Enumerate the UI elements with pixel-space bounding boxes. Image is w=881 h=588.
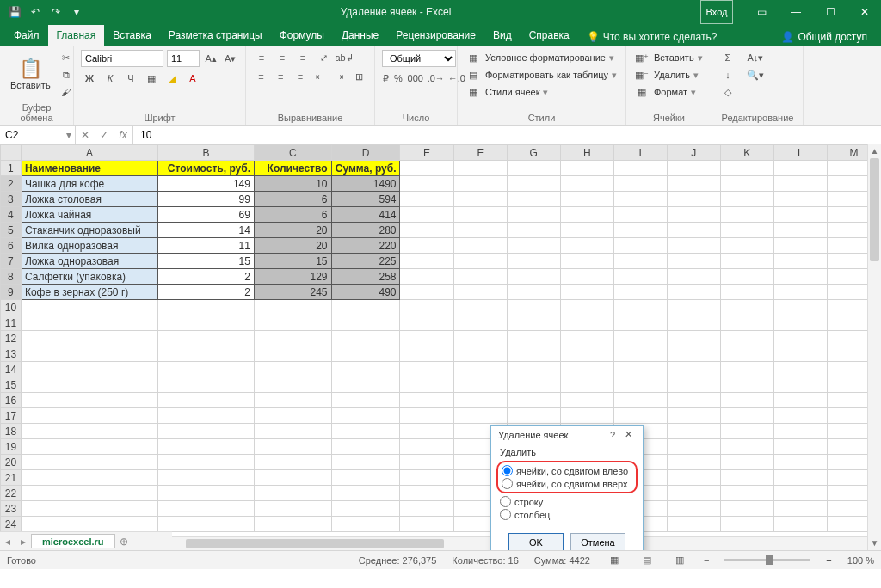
cell[interactable]	[560, 161, 613, 176]
cell[interactable]	[400, 285, 453, 300]
cell[interactable]	[720, 285, 773, 300]
cell[interactable]	[254, 501, 331, 517]
cell[interactable]	[667, 439, 720, 455]
cell[interactable]	[507, 269, 560, 285]
cell[interactable]	[560, 377, 613, 393]
row-header[interactable]: 6	[1, 238, 22, 254]
row-header[interactable]: 1	[1, 161, 22, 176]
cell[interactable]: 99	[158, 192, 255, 207]
cell[interactable]	[720, 223, 773, 238]
decrease-indent-icon[interactable]: ⇤	[311, 69, 328, 84]
col-header[interactable]: D	[331, 145, 400, 161]
ribbon-options-icon[interactable]: ▭	[745, 0, 778, 24]
cell[interactable]	[254, 470, 331, 486]
close-icon[interactable]: ✕	[848, 0, 881, 24]
cell[interactable]: 220	[331, 238, 400, 254]
cell[interactable]	[331, 424, 400, 439]
orientation-icon[interactable]: ⤢	[315, 50, 332, 65]
align-left-icon[interactable]: ≡	[253, 69, 269, 84]
cell[interactable]	[400, 439, 453, 455]
row-header[interactable]: 12	[1, 331, 22, 346]
cell[interactable]	[667, 315, 720, 331]
tab-data[interactable]: Данные	[333, 25, 387, 46]
cell[interactable]	[720, 331, 773, 346]
align-middle-icon[interactable]: ≡	[274, 50, 291, 65]
cell[interactable]	[560, 269, 613, 285]
align-bottom-icon[interactable]: ≡	[294, 50, 311, 65]
cell[interactable]	[613, 285, 667, 300]
copy-icon[interactable]: ⧉	[58, 67, 75, 83]
cell[interactable]	[720, 408, 773, 424]
cell[interactable]	[667, 424, 720, 439]
cell[interactable]	[613, 176, 667, 192]
cell[interactable]	[331, 439, 400, 455]
worksheet-grid[interactable]: ABCDEFGHIJKLM1НаименованиеСтоимость, руб…	[0, 144, 881, 550]
cell[interactable]: Кофе в зернах (250 г)	[21, 285, 157, 300]
currency-icon[interactable]: ₽	[382, 70, 390, 86]
row-header[interactable]: 5	[1, 223, 22, 238]
cell[interactable]	[720, 424, 773, 439]
cell[interactable]	[158, 424, 255, 439]
cell[interactable]	[400, 269, 453, 285]
page-break-icon[interactable]: ▥	[671, 554, 688, 566]
cell[interactable]	[158, 455, 255, 470]
number-format-combo[interactable]: Общий	[382, 50, 456, 67]
scroll-thumb[interactable]	[186, 539, 444, 548]
cell[interactable]	[667, 455, 720, 470]
cell[interactable]	[331, 517, 400, 532]
fill-icon[interactable]: ↓	[719, 67, 736, 83]
cell[interactable]	[613, 300, 667, 315]
cell[interactable]	[331, 346, 400, 362]
qat-dropdown-icon[interactable]: ▾	[69, 6, 84, 18]
cancel-button[interactable]: Отмена	[570, 533, 625, 550]
cell[interactable]: Ложка столовая	[21, 192, 157, 207]
cell[interactable]	[720, 470, 773, 486]
cell[interactable]	[667, 377, 720, 393]
cell[interactable]	[667, 238, 720, 254]
cell[interactable]	[158, 315, 255, 331]
cell[interactable]	[254, 486, 331, 501]
cell[interactable]	[400, 238, 453, 254]
cell[interactable]	[720, 300, 773, 315]
row-header[interactable]: 16	[1, 393, 22, 408]
cell[interactable]	[331, 393, 400, 408]
cancel-formula-icon[interactable]: ✕	[76, 129, 95, 141]
cell[interactable]	[613, 192, 667, 207]
cell[interactable]	[773, 362, 827, 377]
cell[interactable]	[667, 192, 720, 207]
save-icon[interactable]: 💾	[7, 6, 22, 18]
row-header[interactable]: 23	[1, 501, 22, 517]
cell[interactable]	[331, 331, 400, 346]
align-center-icon[interactable]: ≡	[273, 69, 289, 84]
cell[interactable]	[773, 331, 827, 346]
cell[interactable]	[453, 223, 507, 238]
ok-button[interactable]: OK	[508, 533, 564, 550]
cell[interactable]: Наименование	[21, 161, 157, 176]
cell[interactable]	[613, 362, 667, 377]
font-size-combo[interactable]	[167, 50, 200, 67]
cell-styles-button[interactable]: ▦Стили ячеек▾	[465, 84, 619, 100]
scroll-up-icon[interactable]: ▲	[868, 144, 881, 158]
sheet-nav-prev-icon[interactable]: ◂	[0, 536, 15, 548]
merge-icon[interactable]: ⊞	[351, 69, 367, 84]
cell[interactable]	[720, 161, 773, 176]
cell[interactable]: 6	[254, 192, 331, 207]
radio-column[interactable]: столбец	[500, 508, 634, 521]
radio-row[interactable]: строку	[500, 495, 634, 508]
cell[interactable]	[560, 346, 613, 362]
cell[interactable]	[560, 176, 613, 192]
cell[interactable]	[667, 207, 720, 223]
cell[interactable]	[21, 470, 157, 486]
radio-shift-left[interactable]: ячейки, со сдвигом влево	[502, 464, 632, 477]
cell[interactable]	[507, 207, 560, 223]
radio-shift-up[interactable]: ячейки, со сдвигом вверх	[502, 477, 632, 490]
sheet-tab[interactable]: microexcel.ru	[31, 534, 115, 548]
maximize-icon[interactable]: ☐	[814, 0, 847, 24]
cell[interactable]	[773, 315, 827, 331]
cell[interactable]	[21, 300, 157, 315]
cell[interactable]	[400, 393, 453, 408]
row-header[interactable]: 11	[1, 315, 22, 331]
cell[interactable]	[613, 408, 667, 424]
cell[interactable]	[400, 207, 453, 223]
cell[interactable]	[560, 408, 613, 424]
